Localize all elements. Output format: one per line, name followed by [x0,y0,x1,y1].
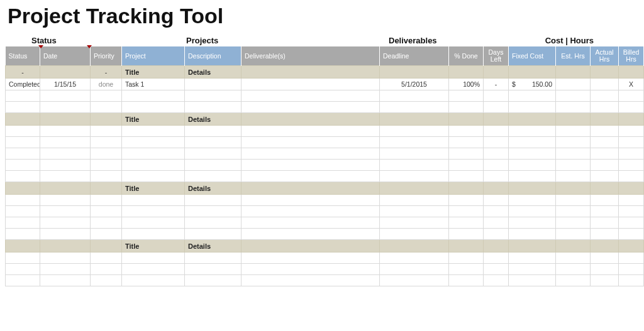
cell[interactable] [556,137,591,148]
cell[interactable] [484,195,509,206]
cell[interactable] [591,264,619,275]
cell[interactable] [509,229,556,240]
cell[interactable] [484,264,509,275]
cell[interactable] [591,275,619,286]
cell[interactable] [242,217,380,229]
cell[interactable] [380,252,449,264]
cell[interactable] [449,264,484,275]
col-deliverables[interactable]: Deliverable(s) [242,46,380,66]
cell[interactable] [619,102,644,113]
cell[interactable] [6,137,40,148]
cell[interactable] [6,275,40,286]
cell[interactable] [619,252,644,264]
cell[interactable] [556,113,591,126]
cell[interactable] [6,171,40,182]
cell[interactable] [556,195,591,206]
cell[interactable] [185,275,242,286]
cell[interactable] [6,90,40,102]
cell[interactable] [40,90,91,102]
cell[interactable] [40,160,91,171]
cell[interactable] [619,275,644,286]
cell[interactable] [484,113,509,126]
cell[interactable]: - [6,66,40,79]
cell[interactable] [380,182,449,195]
cell-deadline[interactable]: 5/1/2015 [380,79,449,90]
section-title-cell[interactable]: Title [122,113,185,126]
cell[interactable] [242,113,380,126]
cell[interactable] [6,252,40,264]
cell[interactable] [591,229,619,240]
cell[interactable] [6,113,40,126]
cell[interactable] [619,264,644,275]
cell[interactable] [556,217,591,229]
cell[interactable] [556,171,591,182]
cell[interactable] [484,206,509,217]
cell-date[interactable]: 1/15/15 [40,79,91,90]
cell[interactable] [449,90,484,102]
cell[interactable] [591,182,619,195]
cell[interactable] [185,102,242,113]
cell[interactable] [509,252,556,264]
cell[interactable] [619,217,644,229]
cell[interactable] [91,113,122,126]
cell[interactable] [122,90,185,102]
cell[interactable] [40,171,91,182]
cell[interactable] [122,206,185,217]
cell[interactable] [91,264,122,275]
cell[interactable] [122,252,185,264]
cell[interactable] [185,264,242,275]
cell[interactable] [242,90,380,102]
cell[interactable] [91,171,122,182]
cell[interactable] [242,160,380,171]
cell-priority[interactable]: done [91,79,122,90]
cell-billed-hrs[interactable]: X [619,79,644,90]
cell[interactable] [91,126,122,137]
cell[interactable] [6,102,40,113]
cell[interactable] [185,217,242,229]
cell[interactable] [484,148,509,160]
col-priority[interactable]: Priority [91,46,122,66]
cell[interactable] [591,102,619,113]
cell[interactable] [6,217,40,229]
cell[interactable] [242,171,380,182]
col-deadline[interactable]: Deadline [380,46,449,66]
cell[interactable] [185,126,242,137]
cell[interactable] [591,206,619,217]
cell[interactable] [40,240,91,252]
cell[interactable] [242,102,380,113]
cell[interactable] [591,240,619,252]
cell[interactable] [484,275,509,286]
cell[interactable] [556,275,591,286]
cell[interactable] [242,195,380,206]
cell[interactable] [484,102,509,113]
cell[interactable] [449,171,484,182]
cell[interactable] [619,90,644,102]
cell[interactable] [556,160,591,171]
cell[interactable] [242,126,380,137]
cell[interactable] [122,148,185,160]
cell[interactable] [509,275,556,286]
cell[interactable] [122,160,185,171]
cell[interactable] [40,195,91,206]
cell[interactable] [380,240,449,252]
cell[interactable] [40,206,91,217]
cell[interactable] [380,171,449,182]
cell[interactable] [509,160,556,171]
cell[interactable] [556,90,591,102]
cell[interactable] [91,148,122,160]
section-details-cell[interactable]: Details [185,182,242,195]
cell[interactable] [619,137,644,148]
cell[interactable] [591,137,619,148]
cell[interactable] [556,240,591,252]
cell[interactable] [40,252,91,264]
cell[interactable] [40,182,91,195]
cell[interactable] [556,229,591,240]
cell[interactable] [185,229,242,240]
cell[interactable] [380,264,449,275]
col-fixed-cost[interactable]: Fixed Cost [509,46,556,66]
cell[interactable] [242,229,380,240]
cell[interactable] [380,195,449,206]
col-days-left[interactable]: Days Left [484,46,509,66]
cell[interactable] [509,113,556,126]
cell-desc[interactable] [185,79,242,90]
